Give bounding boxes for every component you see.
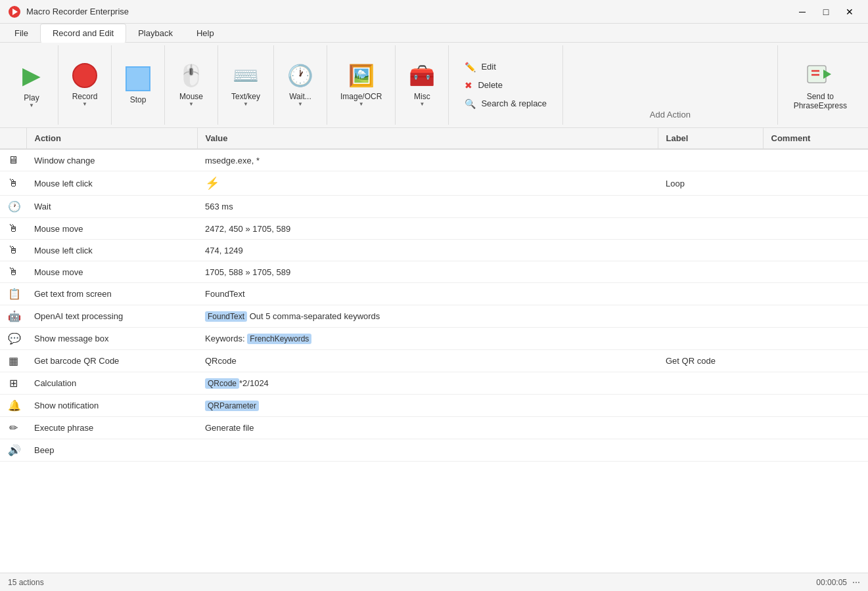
row-value: msedge.exe, *	[197, 149, 658, 171]
svg-marker-3	[823, 70, 831, 79]
delete-label: Delete	[478, 80, 503, 90]
row-icon: ⊞	[0, 372, 26, 395]
row-comment	[763, 350, 868, 372]
table-row[interactable]: 🤖OpenAI text processingFoundText Out 5 c…	[0, 305, 868, 328]
row-action: Mouse left click	[26, 240, 197, 261]
table-row[interactable]: 🖥Window changemsedge.exe, *	[0, 149, 868, 171]
row-action: Wait	[26, 196, 197, 218]
row-action: Show message box	[26, 328, 197, 350]
row-value: QRcode*2/1024	[197, 372, 658, 395]
row-action: Calculation	[26, 372, 197, 395]
toolbar-group-play: ▶ Play ▼	[5, 45, 58, 125]
app-icon	[8, 5, 21, 18]
row-icon: ▦	[0, 350, 26, 372]
misc-button[interactable]: 🧰 Misc ▼	[401, 53, 443, 118]
imageocr-label: Image/OCR	[340, 92, 382, 101]
table-row[interactable]: 🔊Beep	[0, 439, 868, 462]
table-row[interactable]: ▦Get barcode QR CodeQRcodeGet QR code	[0, 350, 868, 372]
textkey-button[interactable]: ⌨️ Text/key ▼	[223, 53, 268, 118]
row-action: Mouse move	[26, 218, 197, 240]
row-icon: 📋	[0, 283, 26, 305]
close-button[interactable]: ✕	[839, 4, 860, 20]
menu-help[interactable]: Help	[185, 24, 226, 42]
row-value: Keywords: FrenchKeywords	[197, 328, 658, 350]
imageocr-button[interactable]: 🖼️ Image/OCR ▼	[332, 53, 390, 118]
app-title: Macro Recorder Enterprise	[26, 7, 129, 16]
edit-label: Edit	[481, 62, 495, 72]
row-value: 474, 1249	[197, 240, 658, 261]
row-action: OpenAI text processing	[26, 305, 197, 328]
textkey-label: Text/key	[231, 92, 260, 101]
row-label	[658, 218, 763, 240]
stop-label: Stop	[130, 95, 147, 104]
row-value: 1705, 588 » 1705, 589	[197, 261, 658, 283]
row-label: Loop	[658, 171, 763, 196]
row-label	[658, 372, 763, 395]
add-action-area: Add Action	[563, 45, 777, 125]
delete-button[interactable]: ✖ Delete	[459, 77, 552, 93]
row-label	[658, 261, 763, 283]
row-action: Show notification	[26, 395, 197, 417]
row-comment	[763, 395, 868, 417]
table-row[interactable]: 🖱Mouse move2472, 450 » 1705, 589	[0, 218, 868, 240]
wait-arrow-icon: ▼	[298, 101, 303, 107]
actions-table-container[interactable]: Action Value Label Comment 🖥Window chang…	[0, 128, 868, 573]
col-header-icon	[0, 128, 26, 149]
table-row[interactable]: 💬Show message boxKeywords: FrenchKeyword…	[0, 328, 868, 350]
title-bar-left: Macro Recorder Enterprise	[8, 5, 129, 18]
phraseexpress-label: PhraseExpress	[794, 101, 847, 110]
send-to-phraseexpress-button[interactable]: Send to PhraseExpress	[783, 53, 857, 118]
play-icon: ▶	[22, 62, 41, 89]
variable-highlight: FoundText	[205, 311, 247, 322]
table-row[interactable]: 🖱Mouse left click⚡Loop	[0, 171, 868, 196]
record-button[interactable]: Record ▼	[64, 53, 106, 118]
stop-button[interactable]: Stop	[117, 53, 159, 118]
toolbar-group-stop: Stop	[112, 45, 165, 125]
mouse-arrow-icon: ▼	[189, 101, 194, 107]
actions-table: Action Value Label Comment 🖥Window chang…	[0, 128, 868, 462]
minimize-button[interactable]: ─	[792, 4, 813, 20]
toolbar-group-misc: 🧰 Misc ▼	[396, 45, 449, 125]
row-label	[658, 196, 763, 218]
menu-file[interactable]: File	[3, 24, 40, 42]
row-comment	[763, 196, 868, 218]
row-label	[658, 149, 763, 171]
mouse-button[interactable]: 🖱️ Mouse ▼	[170, 53, 212, 118]
wait-label: Wait...	[289, 92, 311, 101]
search-replace-button[interactable]: 🔍 Search & replace	[459, 96, 552, 112]
row-value: 2472, 450 » 1705, 589	[197, 218, 658, 240]
row-icon: 🖱	[0, 240, 26, 261]
table-row[interactable]: 🕐Wait563 ms	[0, 196, 868, 218]
menu-record-edit[interactable]: Record and Edit	[40, 24, 126, 43]
add-action-label: Add Action	[650, 110, 691, 120]
table-row[interactable]: 🖱Mouse left click474, 1249	[0, 240, 868, 261]
wait-button[interactable]: 🕐 Wait... ▼	[279, 53, 321, 118]
table-row[interactable]: ⊞CalculationQRcode*2/1024	[0, 372, 868, 395]
play-button[interactable]: ▶ Play ▼	[11, 53, 53, 118]
col-header-action: Action	[26, 128, 197, 149]
row-icon: 🖱	[0, 261, 26, 283]
toolbar-group-record: Record ▼	[58, 45, 112, 125]
row-value: Generate file	[197, 417, 658, 439]
imageocr-arrow-icon: ▼	[359, 101, 364, 107]
play-arrow-icon: ▼	[29, 102, 34, 108]
edit-button[interactable]: ✏️ Edit	[459, 59, 552, 75]
table-row[interactable]: 🖱Mouse move1705, 588 » 1705, 589	[0, 261, 868, 283]
row-icon: 💬	[0, 328, 26, 350]
toolbar-group-textkey: ⌨️ Text/key ▼	[218, 45, 274, 125]
table-row[interactable]: 📋Get text from screenFoundText	[0, 283, 868, 305]
menu-bar: File Record and Edit Playback Help	[0, 24, 868, 43]
toolbar-group-wait: 🕐 Wait... ▼	[274, 45, 327, 125]
row-label	[658, 283, 763, 305]
menu-dots-icon[interactable]: ⋯	[852, 578, 860, 587]
table-row[interactable]: ✏Execute phraseGenerate file	[0, 417, 868, 439]
row-action: Mouse left click	[26, 171, 197, 196]
maximize-button[interactable]: □	[815, 4, 836, 20]
menu-playback[interactable]: Playback	[126, 24, 185, 42]
mouse-icon: 🖱️	[178, 63, 204, 88]
row-value	[197, 439, 658, 462]
row-label: Get QR code	[658, 350, 763, 372]
row-action: Window change	[26, 149, 197, 171]
actions-count: 15 actions	[8, 578, 44, 587]
table-row[interactable]: 🔔Show notificationQRParameter	[0, 395, 868, 417]
